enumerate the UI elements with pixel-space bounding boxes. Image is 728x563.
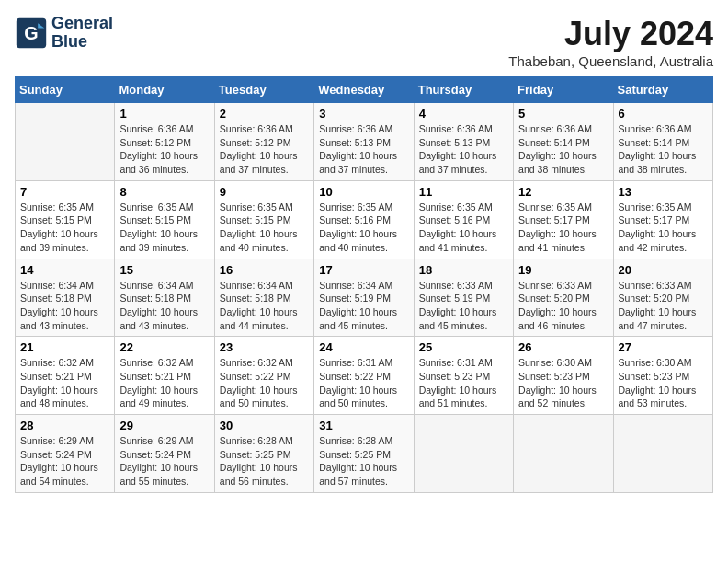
day-number: 22 xyxy=(119,340,209,354)
logo: G General Blue xyxy=(15,15,113,52)
day-info: Sunrise: 6:33 AMSunset: 5:20 PMDaylight:… xyxy=(518,279,608,333)
day-info: Sunrise: 6:36 AMSunset: 5:13 PMDaylight:… xyxy=(419,122,508,177)
calendar-cell: 31 Sunrise: 6:28 AMSunset: 5:25 PMDaylig… xyxy=(314,415,414,493)
day-number: 10 xyxy=(319,185,408,199)
calendar-cell xyxy=(414,415,513,493)
calendar-week-3: 21 Sunrise: 6:32 AMSunset: 5:21 PMDaylig… xyxy=(16,337,713,415)
calendar-table: Sunday Monday Tuesday Wednesday Thursday… xyxy=(15,76,713,493)
calendar-cell: 4 Sunrise: 6:36 AMSunset: 5:13 PMDayligh… xyxy=(414,103,513,181)
day-number: 7 xyxy=(20,185,109,199)
day-info: Sunrise: 6:35 AMSunset: 5:15 PMDaylight:… xyxy=(220,201,309,255)
day-number: 14 xyxy=(20,263,109,277)
calendar-week-4: 28 Sunrise: 6:29 AMSunset: 5:24 PMDaylig… xyxy=(16,415,713,493)
calendar-cell xyxy=(16,103,115,181)
day-number: 28 xyxy=(20,419,109,432)
day-number: 18 xyxy=(419,263,508,277)
day-number: 27 xyxy=(619,340,708,354)
logo-icon: G xyxy=(15,17,48,50)
day-info: Sunrise: 6:30 AMSunset: 5:23 PMDaylight:… xyxy=(518,356,608,410)
calendar-cell: 6 Sunrise: 6:36 AMSunset: 5:14 PMDayligh… xyxy=(613,103,712,181)
day-number: 16 xyxy=(220,263,309,277)
day-info: Sunrise: 6:36 AMSunset: 5:12 PMDaylight:… xyxy=(119,122,209,177)
day-info: Sunrise: 6:35 AMSunset: 5:16 PMDaylight:… xyxy=(319,201,408,255)
day-number: 2 xyxy=(220,107,309,121)
header-sunday: Sunday xyxy=(16,77,115,103)
day-info: Sunrise: 6:34 AMSunset: 5:18 PMDaylight:… xyxy=(220,279,309,333)
calendar-cell: 16 Sunrise: 6:34 AMSunset: 5:18 PMDaylig… xyxy=(214,259,313,337)
title-block: July 2024 Thabeban, Queensland, Australi… xyxy=(508,15,713,69)
calendar-cell: 10 Sunrise: 6:35 AMSunset: 5:16 PMDaylig… xyxy=(314,180,414,259)
calendar-cell: 15 Sunrise: 6:34 AMSunset: 5:18 PMDaylig… xyxy=(115,259,214,337)
day-info: Sunrise: 6:34 AMSunset: 5:19 PMDaylight:… xyxy=(319,279,408,333)
day-info: Sunrise: 6:36 AMSunset: 5:12 PMDaylight:… xyxy=(220,122,309,177)
day-number: 30 xyxy=(220,419,309,432)
day-info: Sunrise: 6:36 AMSunset: 5:13 PMDaylight:… xyxy=(319,122,408,177)
day-number: 6 xyxy=(619,107,708,121)
day-info: Sunrise: 6:35 AMSunset: 5:17 PMDaylight:… xyxy=(619,201,708,255)
calendar-cell: 3 Sunrise: 6:36 AMSunset: 5:13 PMDayligh… xyxy=(314,103,414,181)
header-friday: Friday xyxy=(514,77,613,103)
calendar-cell: 19 Sunrise: 6:33 AMSunset: 5:20 PMDaylig… xyxy=(514,259,613,337)
day-info: Sunrise: 6:34 AMSunset: 5:18 PMDaylight:… xyxy=(20,279,109,333)
day-number: 29 xyxy=(119,419,209,432)
day-number: 5 xyxy=(518,107,608,121)
calendar-cell: 18 Sunrise: 6:33 AMSunset: 5:19 PMDaylig… xyxy=(414,259,513,337)
calendar-cell: 26 Sunrise: 6:30 AMSunset: 5:23 PMDaylig… xyxy=(514,337,613,415)
day-number: 21 xyxy=(20,340,109,354)
day-number: 1 xyxy=(119,107,209,121)
day-number: 4 xyxy=(419,107,508,121)
day-info: Sunrise: 6:29 AMSunset: 5:24 PMDaylight:… xyxy=(20,434,109,488)
logo-text: General Blue xyxy=(51,15,113,52)
calendar-cell: 28 Sunrise: 6:29 AMSunset: 5:24 PMDaylig… xyxy=(16,415,115,493)
calendar-cell: 1 Sunrise: 6:36 AMSunset: 5:12 PMDayligh… xyxy=(115,103,214,181)
day-number: 17 xyxy=(319,263,408,277)
header-row: Sunday Monday Tuesday Wednesday Thursday… xyxy=(16,77,713,103)
calendar-week-1: 7 Sunrise: 6:35 AMSunset: 5:15 PMDayligh… xyxy=(16,180,713,259)
day-info: Sunrise: 6:35 AMSunset: 5:15 PMDaylight:… xyxy=(119,201,209,255)
calendar-cell: 30 Sunrise: 6:28 AMSunset: 5:25 PMDaylig… xyxy=(214,415,313,493)
header-thursday: Thursday xyxy=(414,77,513,103)
day-info: Sunrise: 6:35 AMSunset: 5:17 PMDaylight:… xyxy=(518,201,608,255)
calendar-cell: 21 Sunrise: 6:32 AMSunset: 5:21 PMDaylig… xyxy=(16,337,115,415)
day-number: 24 xyxy=(319,340,408,354)
day-number: 8 xyxy=(119,185,209,199)
calendar-cell: 20 Sunrise: 6:33 AMSunset: 5:20 PMDaylig… xyxy=(613,259,712,337)
calendar-cell: 9 Sunrise: 6:35 AMSunset: 5:15 PMDayligh… xyxy=(214,180,313,259)
calendar-cell: 2 Sunrise: 6:36 AMSunset: 5:12 PMDayligh… xyxy=(214,103,313,181)
header-wednesday: Wednesday xyxy=(314,77,414,103)
day-info: Sunrise: 6:36 AMSunset: 5:14 PMDaylight:… xyxy=(619,122,708,177)
day-info: Sunrise: 6:29 AMSunset: 5:24 PMDaylight:… xyxy=(119,434,209,488)
calendar-cell: 23 Sunrise: 6:32 AMSunset: 5:22 PMDaylig… xyxy=(214,337,313,415)
calendar-cell: 13 Sunrise: 6:35 AMSunset: 5:17 PMDaylig… xyxy=(613,180,712,259)
svg-text:G: G xyxy=(24,23,38,43)
day-info: Sunrise: 6:28 AMSunset: 5:25 PMDaylight:… xyxy=(319,434,408,488)
calendar-cell: 17 Sunrise: 6:34 AMSunset: 5:19 PMDaylig… xyxy=(314,259,414,337)
day-number: 15 xyxy=(119,263,209,277)
day-number: 13 xyxy=(619,185,708,199)
calendar-subtitle: Thabeban, Queensland, Australia xyxy=(508,53,713,69)
calendar-cell: 24 Sunrise: 6:31 AMSunset: 5:22 PMDaylig… xyxy=(314,337,414,415)
day-info: Sunrise: 6:35 AMSunset: 5:16 PMDaylight:… xyxy=(419,201,508,255)
calendar-week-0: 1 Sunrise: 6:36 AMSunset: 5:12 PMDayligh… xyxy=(16,103,713,181)
day-number: 20 xyxy=(619,263,708,277)
calendar-cell xyxy=(613,415,712,493)
calendar-cell: 12 Sunrise: 6:35 AMSunset: 5:17 PMDaylig… xyxy=(514,180,613,259)
day-info: Sunrise: 6:33 AMSunset: 5:19 PMDaylight:… xyxy=(419,279,508,333)
day-number: 26 xyxy=(518,340,608,354)
day-info: Sunrise: 6:28 AMSunset: 5:25 PMDaylight:… xyxy=(220,434,309,488)
day-info: Sunrise: 6:31 AMSunset: 5:23 PMDaylight:… xyxy=(419,356,508,410)
calendar-cell: 29 Sunrise: 6:29 AMSunset: 5:24 PMDaylig… xyxy=(115,415,214,493)
day-info: Sunrise: 6:33 AMSunset: 5:20 PMDaylight:… xyxy=(619,279,708,333)
calendar-cell: 27 Sunrise: 6:30 AMSunset: 5:23 PMDaylig… xyxy=(613,337,712,415)
calendar-cell: 22 Sunrise: 6:32 AMSunset: 5:21 PMDaylig… xyxy=(115,337,214,415)
day-number: 19 xyxy=(518,263,608,277)
day-info: Sunrise: 6:31 AMSunset: 5:22 PMDaylight:… xyxy=(319,356,408,410)
calendar-cell: 11 Sunrise: 6:35 AMSunset: 5:16 PMDaylig… xyxy=(414,180,513,259)
day-number: 23 xyxy=(220,340,309,354)
calendar-cell: 8 Sunrise: 6:35 AMSunset: 5:15 PMDayligh… xyxy=(115,180,214,259)
calendar-cell: 5 Sunrise: 6:36 AMSunset: 5:14 PMDayligh… xyxy=(514,103,613,181)
header-saturday: Saturday xyxy=(613,77,712,103)
day-number: 25 xyxy=(419,340,508,354)
calendar-cell: 25 Sunrise: 6:31 AMSunset: 5:23 PMDaylig… xyxy=(414,337,513,415)
day-info: Sunrise: 6:34 AMSunset: 5:18 PMDaylight:… xyxy=(119,279,209,333)
